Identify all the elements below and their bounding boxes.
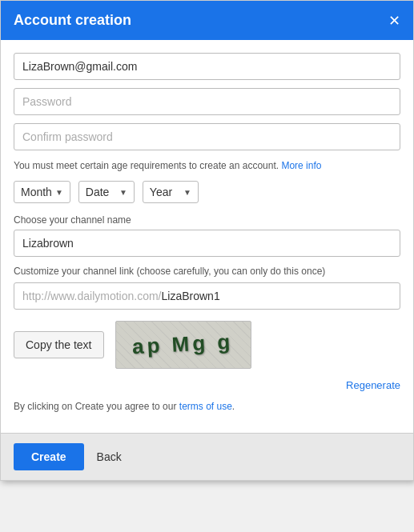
terms-period: . bbox=[232, 401, 235, 412]
date-select[interactable]: Date ▼ bbox=[78, 181, 135, 203]
date-label: Date bbox=[86, 186, 116, 198]
channel-name-field-wrapper bbox=[14, 230, 400, 257]
dob-row: Month ▼ Date ▼ Year ▼ bbox=[14, 181, 400, 203]
confirm-password-input[interactable] bbox=[14, 123, 400, 150]
regenerate-link[interactable]: Regenerate bbox=[346, 379, 400, 391]
dialog-title: Account creation bbox=[14, 12, 131, 29]
channel-link-input[interactable] bbox=[162, 290, 392, 302]
month-arrow-icon: ▼ bbox=[55, 188, 63, 197]
account-creation-dialog: Account creation ✕ You must meet certain… bbox=[0, 0, 414, 481]
terms-of-use-link[interactable]: terms of use bbox=[179, 401, 232, 412]
terms-row: By clicking on Create you agree to our t… bbox=[14, 399, 400, 414]
dialog-footer: Create Back bbox=[1, 433, 413, 480]
month-label: Month bbox=[21, 186, 52, 198]
password-field-wrapper bbox=[14, 88, 400, 115]
dialog-body: You must meet certain age requirements t… bbox=[1, 40, 413, 433]
channel-name-input[interactable] bbox=[14, 230, 400, 257]
regenerate-row: Regenerate bbox=[14, 378, 400, 391]
year-arrow-icon: ▼ bbox=[183, 188, 191, 197]
captcha-image: ap Mg g bbox=[115, 321, 251, 369]
close-button[interactable]: ✕ bbox=[388, 14, 400, 28]
channel-link-row: http://www.dailymotion.com/ bbox=[14, 282, 400, 310]
channel-link-label: Customize your channel link (choose care… bbox=[14, 265, 400, 278]
create-button[interactable]: Create bbox=[14, 443, 84, 470]
age-notice-text: You must meet certain age requirements t… bbox=[14, 160, 279, 171]
year-select[interactable]: Year ▼ bbox=[143, 181, 199, 203]
month-select[interactable]: Month ▼ bbox=[14, 181, 70, 203]
back-button[interactable]: Back bbox=[97, 450, 122, 463]
email-input[interactable] bbox=[14, 53, 400, 80]
date-arrow-icon: ▼ bbox=[119, 188, 127, 197]
email-field-wrapper bbox=[14, 53, 400, 80]
base-url: http://www.dailymotion.com/ bbox=[22, 290, 162, 302]
channel-name-label: Choose your channel name bbox=[14, 214, 400, 226]
age-notice: You must meet certain age requirements t… bbox=[14, 158, 400, 173]
terms-text: By clicking on Create you agree to our bbox=[14, 401, 176, 412]
confirm-password-field-wrapper bbox=[14, 123, 400, 150]
more-info-link[interactable]: More info bbox=[281, 160, 321, 171]
dialog-header: Account creation ✕ bbox=[1, 1, 413, 40]
year-label: Year bbox=[150, 186, 180, 198]
password-input[interactable] bbox=[14, 88, 400, 115]
copy-text-button[interactable]: Copy the text bbox=[14, 331, 104, 358]
captcha-row: Copy the text ap Mg g bbox=[14, 321, 400, 369]
